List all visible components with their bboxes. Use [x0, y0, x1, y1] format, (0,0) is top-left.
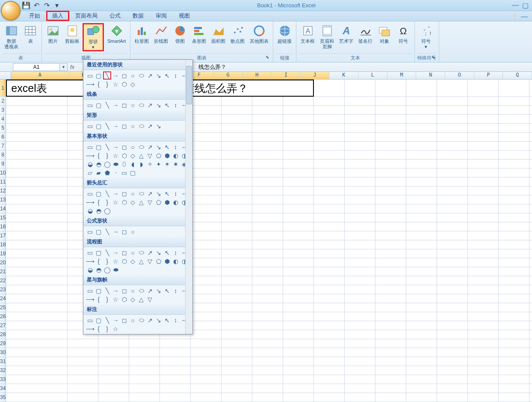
cell-L15[interactable]	[375, 213, 406, 222]
save-icon[interactable]: 💾	[22, 2, 30, 9]
cell-D34[interactable]	[129, 384, 160, 393]
cell-F11[interactable]	[191, 177, 222, 186]
shape-option[interactable]: ◖	[129, 160, 137, 168]
shape-option[interactable]: ↖	[163, 316, 171, 324]
cell-J14[interactable]	[314, 204, 345, 213]
cell-M34[interactable]	[406, 384, 437, 393]
cell-N22[interactable]	[437, 276, 468, 285]
cell-O10[interactable]	[468, 168, 499, 177]
shape-option[interactable]: ╲	[103, 228, 111, 236]
shape-option[interactable]: ▭	[86, 248, 94, 257]
cell-Q24[interactable]	[529, 294, 532, 303]
cell-M22[interactable]	[406, 276, 437, 285]
shape-option[interactable]: ╲	[103, 101, 111, 109]
shape-option[interactable]: ▽	[146, 295, 154, 303]
cell-K21[interactable]	[345, 267, 375, 276]
cell-K9[interactable]	[345, 160, 375, 168]
select-all-corner[interactable]	[0, 72, 11, 79]
shape-option[interactable]: {	[95, 80, 103, 88]
col-header-A[interactable]: A	[11, 72, 69, 79]
cell-F6[interactable]	[191, 133, 222, 141]
shape-option[interactable]: ▭	[86, 287, 94, 295]
shape-option[interactable]: ▽	[146, 198, 154, 206]
cell-G13[interactable]	[222, 195, 252, 204]
cell-Q8[interactable]	[529, 151, 532, 159]
row-header-27[interactable]: 27	[0, 321, 6, 330]
shape-option[interactable]: ⟶	[86, 151, 94, 160]
cell-P27[interactable]	[499, 321, 529, 330]
minimize-ribbon-icon[interactable]: —	[521, 13, 528, 21]
cell-F3[interactable]	[191, 106, 222, 114]
shape-option[interactable]: ☆	[112, 198, 120, 206]
cell-P11[interactable]	[499, 177, 529, 186]
cell-L24[interactable]	[375, 294, 406, 303]
ribbon-wart-button[interactable]: A艺术字	[337, 23, 355, 45]
minimize-icon[interactable]: —	[512, 1, 519, 9]
shape-option[interactable]: ☆	[112, 295, 120, 303]
cell-C31[interactable]	[98, 357, 129, 366]
cell-P9[interactable]	[499, 160, 529, 168]
cell-A18[interactable]	[6, 240, 68, 249]
shape-option[interactable]: ○	[129, 101, 137, 109]
cell-O31[interactable]	[468, 357, 499, 366]
cell-I12[interactable]	[283, 186, 314, 195]
cell-O35[interactable]	[468, 393, 499, 402]
cell-J21[interactable]	[314, 267, 345, 276]
cell-K2[interactable]	[345, 97, 375, 105]
shape-option[interactable]: ◇	[129, 151, 137, 160]
shape-option[interactable]: ✷	[171, 160, 180, 168]
row-header-11[interactable]: 11	[0, 177, 6, 186]
cell-Q18[interactable]	[529, 240, 532, 249]
cell-L13[interactable]	[375, 195, 406, 204]
cell-E29[interactable]	[160, 339, 191, 348]
cell-F31[interactable]	[191, 357, 222, 366]
cell-K32[interactable]	[345, 366, 375, 375]
cell-B35[interactable]	[68, 393, 98, 402]
cell-G27[interactable]	[222, 321, 252, 330]
cell-I31[interactable]	[283, 357, 314, 366]
shape-option[interactable]: ↗	[146, 122, 154, 130]
shape-option[interactable]: ⬭	[137, 316, 145, 324]
shape-option[interactable]: ↕	[171, 143, 180, 151]
cell-Q28[interactable]	[529, 330, 532, 339]
cell-I9[interactable]	[283, 160, 314, 168]
cell-A5[interactable]	[6, 124, 68, 132]
cell-Q9[interactable]	[529, 160, 532, 168]
cell-O2[interactable]	[468, 97, 499, 105]
cell-L25[interactable]	[375, 303, 406, 312]
shape-option[interactable]: ⬬	[112, 266, 120, 274]
cell-F25[interactable]	[191, 303, 222, 312]
cell-P6[interactable]	[499, 133, 529, 141]
cell-A35[interactable]	[6, 393, 68, 402]
cell-P24[interactable]	[499, 294, 529, 303]
cell-M11[interactable]	[406, 177, 437, 186]
cell-A23[interactable]	[6, 285, 68, 294]
row-header-16[interactable]: 16	[0, 222, 6, 231]
ribbon-other-button[interactable]: 其他图表	[248, 23, 270, 45]
cell-P15[interactable]	[499, 213, 529, 222]
cell-N4[interactable]	[437, 115, 468, 123]
cell-L9[interactable]	[375, 160, 406, 168]
cell-M13[interactable]	[406, 195, 437, 204]
ribbon-pivot-button[interactable]: 数据透视表	[3, 23, 20, 50]
cell-L27[interactable]	[375, 321, 406, 330]
cell-L2[interactable]	[375, 97, 406, 105]
shape-option[interactable]: ◐	[171, 198, 180, 206]
cell-M26[interactable]	[406, 312, 437, 321]
cell-G21[interactable]	[222, 267, 252, 276]
row-header-21[interactable]: 21	[0, 267, 6, 276]
shape-option[interactable]: ↕	[171, 189, 180, 198]
row-header-31[interactable]: 31	[0, 357, 6, 366]
cell-H32[interactable]	[252, 366, 283, 375]
shape-option[interactable]: ↘	[154, 122, 163, 130]
shape-option[interactable]: ⬢	[163, 198, 171, 206]
cell-G29[interactable]	[222, 339, 252, 348]
cell-N10[interactable]	[437, 168, 468, 177]
row-header-6[interactable]: 6	[0, 133, 6, 142]
dialog-launcher-icon[interactable]: ⬊	[266, 55, 272, 61]
cell-Q19[interactable]	[529, 249, 532, 258]
shape-option[interactable]: →	[112, 316, 120, 324]
shape-option[interactable]: ▭	[86, 189, 94, 198]
cell-N30[interactable]	[437, 348, 468, 357]
cell-P35[interactable]	[499, 393, 529, 402]
